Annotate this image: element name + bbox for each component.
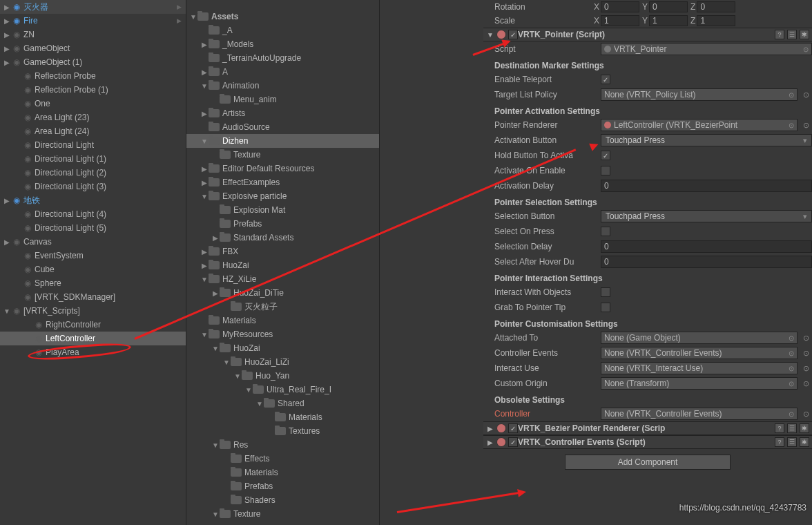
project-item[interactable]: Prefabs xyxy=(186,479,379,493)
preset-icon[interactable]: ☰ xyxy=(787,423,797,433)
project-item[interactable]: EffectExamples xyxy=(186,175,379,189)
rotation-y-field[interactable]: 0 xyxy=(649,1,688,12)
project-item[interactable]: Artists xyxy=(186,106,379,120)
obsolete-controller-field[interactable]: None (VRTK_Controller Events) xyxy=(601,408,798,420)
foldout-icon[interactable] xyxy=(211,234,220,242)
hierarchy-item[interactable]: ZN xyxy=(0,28,186,41)
project-item[interactable]: Editor Default Resources xyxy=(186,162,379,175)
foldout-icon[interactable] xyxy=(222,359,231,366)
rotation-x-field[interactable]: 0 xyxy=(601,1,639,12)
project-item[interactable]: Assets xyxy=(186,10,379,23)
help-icon[interactable]: ? xyxy=(775,30,784,39)
target-icon[interactable] xyxy=(803,410,809,419)
project-item[interactable]: Materials xyxy=(186,314,379,327)
target-list-field[interactable]: None (VRTK_Policy List) xyxy=(601,88,798,101)
pointer-renderer-field[interactable]: LeftController (VRTK_BezierPoint xyxy=(601,119,798,131)
foldout-icon[interactable] xyxy=(189,13,197,21)
project-item[interactable]: Standard Assets xyxy=(186,231,379,245)
target-icon[interactable] xyxy=(803,364,809,373)
enable-teleport-checkbox[interactable] xyxy=(601,75,610,84)
project-item[interactable]: Textures xyxy=(186,424,379,438)
project-item[interactable]: HuoZai xyxy=(186,258,379,272)
foldout-icon[interactable] xyxy=(486,425,494,432)
help-icon[interactable]: ? xyxy=(775,437,784,447)
picker-icon[interactable] xyxy=(789,334,794,342)
target-icon[interactable] xyxy=(803,90,809,99)
project-item[interactable]: HuoZai_LiZi xyxy=(186,355,379,369)
foldout-icon[interactable] xyxy=(200,248,209,256)
gear-icon[interactable] xyxy=(800,437,809,447)
custom-origin-field[interactable]: None (Transform) xyxy=(601,377,798,390)
project-item[interactable]: Res xyxy=(186,438,379,452)
foldout-icon[interactable] xyxy=(211,289,220,297)
foldout-icon[interactable] xyxy=(200,68,209,76)
project-item[interactable]: _A xyxy=(186,23,379,37)
picker-icon[interactable] xyxy=(789,350,794,357)
picker-icon[interactable] xyxy=(803,46,809,53)
selection-delay-field[interactable]: 0 xyxy=(601,240,812,253)
foldout-icon[interactable] xyxy=(200,110,209,117)
foldout-icon[interactable] xyxy=(486,439,494,446)
foldout-icon[interactable] xyxy=(486,31,494,39)
component-enabled-checkbox[interactable] xyxy=(508,30,518,39)
target-icon[interactable] xyxy=(803,334,809,343)
project-item[interactable]: Dizhen xyxy=(186,134,379,148)
foldout-icon[interactable] xyxy=(200,165,209,173)
project-item[interactable]: Huo_Yan xyxy=(186,369,379,383)
scale-z-field[interactable]: 1 xyxy=(697,15,735,26)
preset-icon[interactable]: ☰ xyxy=(787,30,797,39)
hierarchy-item[interactable]: Canvas xyxy=(0,235,186,249)
hierarchy-item[interactable]: Directional Light (1) xyxy=(0,152,186,166)
foldout-icon[interactable] xyxy=(3,307,11,315)
hierarchy-item[interactable]: Reflection Probe (1) xyxy=(0,83,186,97)
project-item[interactable]: HuoZai xyxy=(186,341,379,355)
hierarchy-item[interactable]: GameObject (1) xyxy=(0,55,186,69)
hierarchy-item[interactable]: GameObject xyxy=(0,41,186,55)
picker-icon[interactable] xyxy=(789,380,794,388)
picker-icon[interactable] xyxy=(789,122,794,129)
activation-button-dropdown[interactable]: Touchpad Press xyxy=(601,134,812,146)
project-item[interactable]: MyResources xyxy=(186,327,379,341)
foldout-icon[interactable] xyxy=(3,197,11,204)
target-icon[interactable] xyxy=(803,121,809,130)
rotation-z-field[interactable]: 0 xyxy=(697,1,735,12)
foldout-icon[interactable] xyxy=(3,31,11,39)
foldout-icon[interactable] xyxy=(200,41,209,48)
foldout-icon[interactable] xyxy=(200,179,209,187)
project-item[interactable]: Materials xyxy=(186,466,379,479)
foldout-icon[interactable] xyxy=(3,59,11,66)
attached-to-field[interactable]: None (Game Object) xyxy=(601,332,798,344)
project-item[interactable]: 灭火粒子 xyxy=(186,300,379,314)
activation-delay-field[interactable]: 0 xyxy=(601,180,812,192)
script-field[interactable]: VRTK_Pointer xyxy=(601,43,812,55)
foldout-icon[interactable] xyxy=(3,3,11,11)
hierarchy-item[interactable]: Directional Light (3) xyxy=(0,180,186,193)
hierarchy-item[interactable]: EventSystem xyxy=(0,249,186,262)
foldout-icon[interactable] xyxy=(200,82,209,90)
gear-icon[interactable] xyxy=(800,423,809,433)
hierarchy-item[interactable]: Area Light (24) xyxy=(0,124,186,138)
project-item[interactable]: Effects xyxy=(186,452,379,466)
picker-icon[interactable] xyxy=(789,91,794,99)
foldout-icon[interactable] xyxy=(233,372,242,380)
vrtk-pointer-header[interactable]: VRTK_Pointer (Script) ? ☰ xyxy=(483,28,812,41)
hierarchy-item[interactable]: Cube xyxy=(0,262,186,276)
hierarchy-item[interactable]: Directional Light (4) xyxy=(0,207,186,221)
hierarchy-item[interactable]: Sphere xyxy=(0,276,186,290)
hierarchy-item[interactable]: [VRTK_SDKManager] xyxy=(0,290,186,304)
project-item[interactable]: Shared xyxy=(186,397,379,410)
project-item[interactable]: Texture xyxy=(186,148,379,162)
project-item[interactable]: HuoZai_DiTie xyxy=(186,286,379,300)
hold-button-checkbox[interactable] xyxy=(601,151,610,160)
project-item[interactable]: Explosive particle xyxy=(186,189,379,203)
grab-to-tip-checkbox[interactable] xyxy=(601,303,610,312)
component-enabled-checkbox[interactable] xyxy=(508,423,518,433)
controller-events-header[interactable]: VRTK_Controller Events (Script) ? ☰ xyxy=(483,435,812,449)
component-enabled-checkbox[interactable] xyxy=(508,437,518,447)
project-item[interactable]: A xyxy=(186,65,379,79)
foldout-icon[interactable] xyxy=(200,193,209,200)
project-item[interactable]: HZ_XiLie xyxy=(186,272,379,286)
select-after-hover-field[interactable]: 0 xyxy=(601,256,812,268)
foldout-icon[interactable] xyxy=(200,137,209,145)
foldout-icon[interactable] xyxy=(3,17,11,25)
